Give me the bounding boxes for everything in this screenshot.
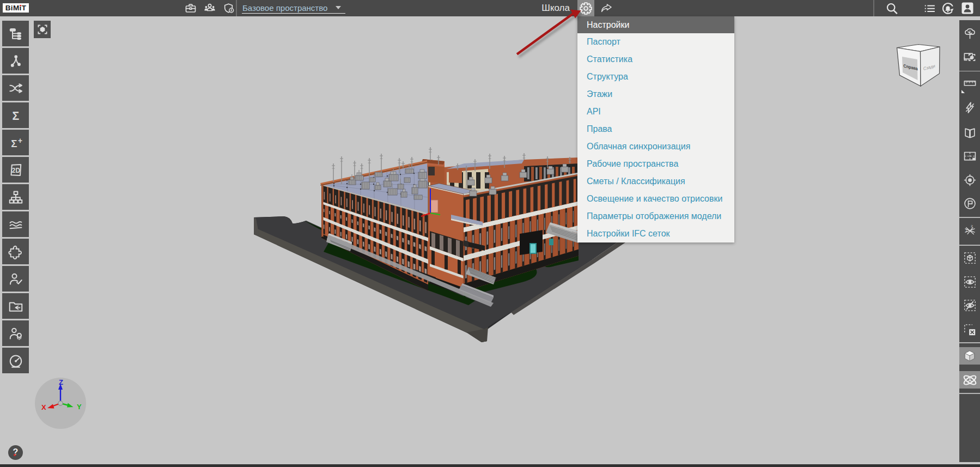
svg-text:2: 2	[971, 223, 973, 227]
svg-text:+: +	[18, 137, 22, 145]
svg-text:2D: 2D	[11, 167, 20, 174]
svg-text:Σ: Σ	[11, 137, 17, 149]
svg-text:Y: Y	[77, 403, 82, 411]
svg-text:Z: Z	[59, 378, 63, 386]
svg-text:X: X	[41, 403, 46, 411]
svg-text:1: 1	[965, 228, 967, 232]
svg-text:Σ: Σ	[12, 109, 19, 122]
